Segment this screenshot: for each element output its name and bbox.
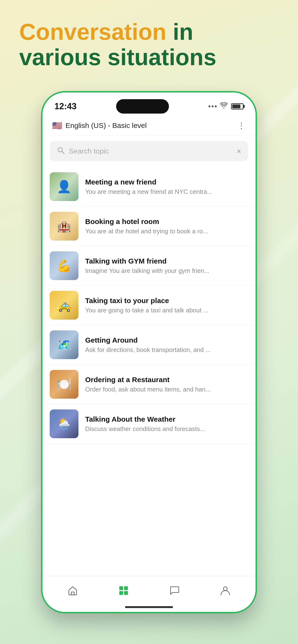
topic-item-taxi[interactable]: Taking taxi to your place You are going … xyxy=(43,286,255,325)
search-bar[interactable]: Search topic × xyxy=(50,141,248,161)
topic-info-meeting-friend: Meeting a new friend You are meeting a n… xyxy=(85,178,248,196)
topic-title-booking-hotel: Booking a hotel room xyxy=(85,218,248,226)
phone-frame: 12:43 🇺🇸 English xyxy=(41,91,257,613)
topic-image-restaurant xyxy=(50,370,78,399)
dynamic-island xyxy=(116,99,169,114)
topic-image-getting-around xyxy=(50,330,78,359)
topic-image-weather xyxy=(50,410,78,438)
signal-dot-1 xyxy=(209,106,210,107)
status-time: 12:43 xyxy=(54,101,77,112)
topic-desc-taxi: You are going to take a taxi and talk ab… xyxy=(85,307,248,314)
title-line1: Conversation in xyxy=(19,19,279,44)
search-icon xyxy=(57,146,65,156)
topic-image-taxi xyxy=(50,291,78,320)
topic-desc-weather: Discuss weather conditions and forecasts… xyxy=(85,425,248,433)
nav-item-profile[interactable] xyxy=(213,583,238,598)
grid-icon xyxy=(118,585,129,596)
topic-desc-meeting-friend: You are meeting a new friend at NYC cent… xyxy=(85,188,248,196)
topic-title-meeting-friend: Meeting a new friend xyxy=(85,178,248,186)
topic-item-getting-around[interactable]: Getting Around Ask for directions, book … xyxy=(43,325,255,365)
title-in: in xyxy=(166,19,193,44)
home-indicator xyxy=(125,606,173,608)
person-icon xyxy=(220,585,231,596)
menu-button[interactable]: ⋮ xyxy=(237,121,246,130)
language-label: English (US) - Basic level xyxy=(66,122,146,130)
flag-emoji: 🇺🇸 xyxy=(52,121,62,130)
clear-icon[interactable]: × xyxy=(237,147,241,156)
topic-desc-restaurant: Order food, ask about menu items, and ha… xyxy=(85,386,248,393)
nav-item-home[interactable] xyxy=(60,583,85,598)
search-input[interactable]: Search topic xyxy=(69,147,232,155)
topic-item-weather[interactable]: Talking About the Weather Discuss weathe… xyxy=(43,404,255,444)
svg-rect-5 xyxy=(119,591,123,595)
title-conversation: Conversation xyxy=(19,19,166,44)
topic-title-restaurant: Ordering at a Restaurant xyxy=(85,376,248,384)
topic-desc-booking-hotel: You are at the hotel and trying to book … xyxy=(85,228,248,235)
topic-title-gym-friend: Talking with GYM friend xyxy=(85,257,248,265)
svg-point-7 xyxy=(223,587,227,590)
topic-item-meeting-friend[interactable]: Meeting a new friend You are meeting a n… xyxy=(43,167,255,206)
topic-info-taxi: Taking taxi to your place You are going … xyxy=(85,296,248,314)
svg-rect-3 xyxy=(119,586,123,590)
nav-item-topics[interactable] xyxy=(111,583,136,598)
battery-fill xyxy=(232,104,240,108)
topic-image-booking-hotel xyxy=(50,212,78,240)
topic-list: Meeting a new friend You are meeting a n… xyxy=(43,167,255,586)
topic-info-booking-hotel: Booking a hotel room You are at the hote… xyxy=(85,218,248,235)
signal-dots xyxy=(209,106,217,107)
svg-rect-6 xyxy=(124,591,128,595)
nav-item-chat[interactable] xyxy=(162,583,187,598)
app-header: 🇺🇸 English (US) - Basic level ⋮ xyxy=(43,116,255,135)
topic-title-taxi: Taking taxi to your place xyxy=(85,296,248,305)
svg-rect-2 xyxy=(71,592,74,595)
battery-icon xyxy=(231,103,244,110)
status-bar: 12:43 xyxy=(43,92,255,116)
signal-dot-2 xyxy=(212,106,214,107)
topic-item-gym-friend[interactable]: Talking with GYM friend Imagine You are … xyxy=(43,246,255,286)
signal-dot-3 xyxy=(215,106,217,107)
page-title: Conversation in various situations xyxy=(19,19,279,70)
header-language: 🇺🇸 English (US) - Basic level xyxy=(52,121,146,130)
topic-image-meeting-friend xyxy=(50,172,78,201)
topic-title-weather: Talking About the Weather xyxy=(85,415,248,423)
svg-line-1 xyxy=(62,152,64,154)
topic-info-restaurant: Ordering at a Restaurant Order food, ask… xyxy=(85,376,248,393)
svg-rect-4 xyxy=(124,586,128,590)
wifi-icon xyxy=(220,102,228,111)
title-line2: various situations xyxy=(19,44,279,70)
topic-info-getting-around: Getting Around Ask for directions, book … xyxy=(85,336,248,354)
topic-desc-gym-friend: Imagine You are talking with your gym fr… xyxy=(85,267,248,274)
status-icons xyxy=(209,102,244,111)
topic-info-gym-friend: Talking with GYM friend Imagine You are … xyxy=(85,257,248,274)
topic-item-booking-hotel[interactable]: Booking a hotel room You are at the hote… xyxy=(43,206,255,246)
topic-desc-getting-around: Ask for directions, book transportation,… xyxy=(85,346,248,354)
home-icon xyxy=(67,585,78,596)
topic-title-getting-around: Getting Around xyxy=(85,336,248,344)
topic-image-gym-friend xyxy=(50,251,78,280)
topic-item-restaurant[interactable]: Ordering at a Restaurant Order food, ask… xyxy=(43,365,255,404)
topic-info-weather: Talking About the Weather Discuss weathe… xyxy=(85,415,248,433)
chat-icon xyxy=(169,585,180,596)
